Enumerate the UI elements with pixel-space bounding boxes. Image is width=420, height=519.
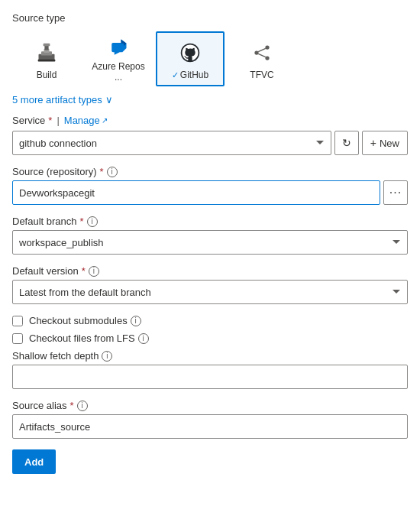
add-button[interactable]: Add [12, 449, 56, 474]
checkout-lfs-label-text: Checkout files from LFS [29, 332, 135, 344]
service-required: * [48, 115, 52, 126]
azure-repos-icon [105, 37, 132, 58]
source-repo-label: Source (repository) * i [12, 166, 408, 177]
plus-icon: + [370, 137, 376, 149]
external-link-icon: ↗ [102, 116, 108, 125]
checkout-submodules-label: Checkout submodules i [29, 315, 141, 326]
tfvc-label: TFVC [250, 70, 273, 80]
checkout-lfs-label: Checkout files from LFS i [29, 332, 149, 344]
default-branch-label-text: Default branch [12, 216, 77, 227]
manage-link[interactable]: Manage ↗ [64, 115, 108, 126]
svg-line-10 [258, 48, 266, 51]
checkout-submodules-label-text: Checkout submodules [29, 315, 128, 326]
github-label-text: GitHub [180, 70, 208, 80]
default-branch-label: Default branch * i [12, 216, 408, 227]
source-alias-required: * [70, 400, 74, 411]
source-repo-input-row: ··· [12, 180, 408, 205]
default-branch-required: * [80, 216, 84, 227]
checkout-submodules-info-icon[interactable]: i [131, 316, 141, 326]
service-divider: | [57, 115, 59, 126]
default-version-label: Default version * i [12, 265, 408, 277]
svg-line-11 [258, 54, 266, 57]
source-type-azure-repos[interactable]: Azure Repos ... [84, 31, 153, 86]
default-version-label-text: Default version [12, 265, 79, 277]
azure-repos-label: Azure Repos ... [88, 61, 149, 83]
manage-label: Manage [64, 115, 100, 126]
source-repo-input[interactable] [12, 180, 380, 205]
source-type-row: Build Azure Repos ... ✓ GitHub [12, 31, 408, 86]
shallow-fetch-label: Shallow fetch depth i [12, 350, 408, 362]
service-row: Service * | Manage ↗ [12, 115, 408, 126]
source-alias-info-icon[interactable]: i [77, 401, 88, 411]
default-branch-dropdown-row: workspace_publish [12, 230, 408, 255]
default-version-dropdown[interactable]: Latest from the default branch [12, 280, 408, 304]
source-type-build[interactable]: Build [12, 31, 81, 86]
default-branch-dropdown[interactable]: workspace_publish [12, 230, 408, 255]
refresh-icon: ↻ [342, 137, 351, 149]
more-artifact-types-link[interactable]: 5 more artifact types ∨ [12, 94, 113, 105]
github-icon [176, 39, 204, 66]
service-label: Service * [12, 115, 52, 126]
build-label: Build [37, 70, 57, 80]
checkout-submodules-checkbox[interactable] [12, 316, 23, 326]
default-version-required: * [82, 265, 86, 277]
github-label: ✓ GitHub [172, 70, 208, 80]
checkout-lfs-checkbox[interactable] [12, 333, 23, 344]
svg-point-9 [265, 56, 269, 60]
checkout-lfs-row: Checkout files from LFS i [12, 332, 408, 344]
service-dropdown[interactable]: github connection [12, 131, 331, 155]
shallow-fetch-input[interactable] [12, 365, 408, 389]
chevron-down-icon: ∨ [105, 94, 113, 105]
svg-point-7 [254, 50, 258, 54]
svg-rect-3 [38, 60, 56, 62]
checkout-submodules-row: Checkout submodules i [12, 315, 408, 326]
source-repo-info-icon[interactable]: i [107, 167, 118, 177]
service-label-text: Service [12, 115, 45, 126]
source-alias-label: Source alias * i [12, 400, 408, 411]
checkout-lfs-info-icon[interactable]: i [138, 333, 149, 344]
new-button[interactable]: + New [362, 131, 408, 155]
ellipsis-button[interactable]: ··· [383, 180, 408, 205]
source-alias-input[interactable] [12, 414, 408, 439]
tfvc-icon [248, 39, 276, 66]
service-dropdown-row: github connection ↻ + New [12, 131, 408, 155]
more-artifact-label: 5 more artifact types [12, 94, 102, 105]
default-version-info-icon[interactable]: i [89, 266, 99, 277]
source-type-github[interactable]: ✓ GitHub [156, 31, 225, 86]
svg-point-8 [265, 45, 269, 49]
source-repo-label-text: Source (repository) [12, 166, 97, 177]
build-icon [33, 39, 60, 66]
svg-rect-5 [44, 44, 50, 47]
default-version-dropdown-row: Latest from the default branch [12, 280, 408, 304]
new-label: New [380, 138, 399, 149]
github-check: ✓ [172, 70, 179, 80]
source-alias-label-text: Source alias [12, 400, 67, 411]
default-branch-info-icon[interactable]: i [87, 216, 98, 227]
source-repo-required: * [100, 166, 104, 177]
shallow-fetch-label-text: Shallow fetch depth [12, 350, 99, 362]
shallow-fetch-info-icon[interactable]: i [102, 351, 112, 362]
source-type-label: Source type [12, 12, 408, 24]
refresh-button[interactable]: ↻ [334, 131, 359, 155]
source-type-tfvc[interactable]: TFVC [228, 31, 296, 86]
